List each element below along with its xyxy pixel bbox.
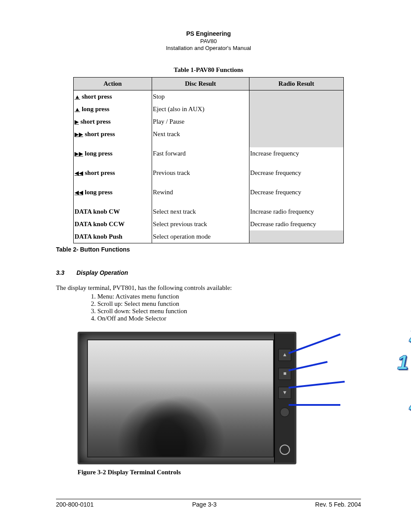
- page-header: PS Engineering PAV80 Installation and Op…: [56, 30, 361, 52]
- cell-radio: Increase radio frequency: [249, 205, 343, 218]
- footer-revision: Rev. 5 Feb. 2004: [315, 501, 361, 508]
- cell-disc: Next track: [152, 128, 249, 147]
- cell-action: ◀◀ short press: [74, 167, 152, 186]
- table-row: ▶▶ long pressFast forwardIncrease freque…: [74, 147, 344, 167]
- table-row: ▶ short pressPlay / Pause: [74, 115, 344, 128]
- controls-list: Menu: Activates menu functionScroll up: …: [97, 293, 361, 322]
- cell-action: ▶▶ short press: [74, 128, 152, 147]
- cell-action: DATA knob Push: [74, 230, 152, 243]
- header-doctype: Installation and Operator's Manual: [56, 45, 361, 52]
- cell-disc: Stop: [152, 90, 249, 103]
- col-disc: Disc Result: [152, 78, 249, 90]
- list-item: On/Off and Mode Selector: [97, 315, 361, 322]
- cell-action: ◀◀ long press: [74, 186, 152, 205]
- footer-docnum: 200-800-0101: [56, 501, 93, 508]
- cell-radio: [249, 115, 343, 128]
- callout-1: 1: [397, 351, 408, 374]
- page-footer: 200-800-0101 Page 3-3 Rev. 5 Feb. 2004: [56, 499, 361, 508]
- section-heading: 3.3Display Operation: [56, 269, 361, 276]
- callout-4: 4: [409, 394, 411, 417]
- figure-wrap: ▲ ■ ▼ 2 1 3 4: [78, 332, 358, 464]
- figure-caption: Figure 3-2 Display Terminal Controls: [78, 469, 361, 476]
- display-device: ▲ ■ ▼: [78, 332, 296, 464]
- table-row: ▶▶ short pressNext track: [74, 128, 344, 147]
- cell-action: ▲ short press: [74, 90, 152, 103]
- cell-radio: [249, 128, 343, 147]
- header-product: PAV80: [56, 38, 361, 45]
- callout-lines: [280, 327, 358, 465]
- list-item: Scroll down: Select menu function: [97, 308, 361, 315]
- table-row: ◀◀ short pressPrevious trackDecrease fre…: [74, 167, 344, 186]
- section-intro: The display terminal, PVT801, has the fo…: [56, 284, 361, 292]
- cell-radio: Decrease radio frequency: [249, 218, 343, 230]
- header-company: PS Engineering: [56, 30, 361, 38]
- list-item: Scroll up: Select menu function: [97, 300, 361, 308]
- table-row: ◀◀ long pressRewindDecrease frequency: [74, 186, 344, 205]
- table-title: Table 1-PAV80 Functions: [56, 66, 361, 74]
- cell-radio: Decrease frequency: [249, 186, 343, 205]
- section-number: 3.3: [56, 269, 64, 276]
- cell-disc: Play / Pause: [152, 115, 249, 128]
- table-row: ▲ short pressStop: [74, 90, 344, 103]
- cell-disc: Select next track: [152, 205, 249, 218]
- cell-radio: Decrease frequency: [249, 167, 343, 186]
- display-screen: [87, 339, 274, 457]
- table-row: DATA knob CWSelect next trackIncrease ra…: [74, 205, 344, 218]
- table-row: DATA knob PushSelect operation mode: [74, 230, 344, 243]
- functions-table: Action Disc Result Radio Result ▲ short …: [73, 77, 344, 243]
- cell-action: DATA knob CCW: [74, 218, 152, 230]
- cell-disc: Select previous track: [152, 218, 249, 230]
- col-action: Action: [74, 78, 152, 90]
- cell-action: ▶ short press: [74, 115, 152, 128]
- svg-line-2: [289, 382, 345, 388]
- cell-disc: Select operation mode: [152, 230, 249, 243]
- cell-radio: [249, 230, 343, 243]
- callout-2: 2: [409, 323, 411, 346]
- cell-disc: Previous track: [152, 167, 249, 186]
- cell-radio: Increase frequency: [249, 147, 343, 167]
- section-title: Display Operation: [76, 269, 128, 276]
- table-row: ▲ long pressEject (also in AUX): [74, 103, 344, 115]
- col-radio: Radio Result: [249, 78, 343, 90]
- cell-action: ▶▶ long press: [74, 147, 152, 167]
- svg-line-0: [289, 334, 340, 353]
- cell-radio: [249, 103, 343, 115]
- cell-disc: Rewind: [152, 186, 249, 205]
- cell-radio: [249, 90, 343, 103]
- cell-action: ▲ long press: [74, 103, 152, 115]
- table-caption: Table 2- Button Functions: [56, 246, 361, 253]
- table-row: DATA knob CCWSelect previous trackDecrea…: [74, 218, 344, 230]
- footer-pagenum: Page 3-3: [192, 501, 217, 508]
- cell-disc: Eject (also in AUX): [152, 103, 249, 115]
- callout-numbers: 2 1 3 4: [349, 329, 411, 467]
- cell-action: DATA knob CW: [74, 205, 152, 218]
- cell-disc: Fast forward: [152, 147, 249, 167]
- list-item: Menu: Activates menu function: [97, 293, 361, 300]
- svg-line-1: [289, 362, 327, 370]
